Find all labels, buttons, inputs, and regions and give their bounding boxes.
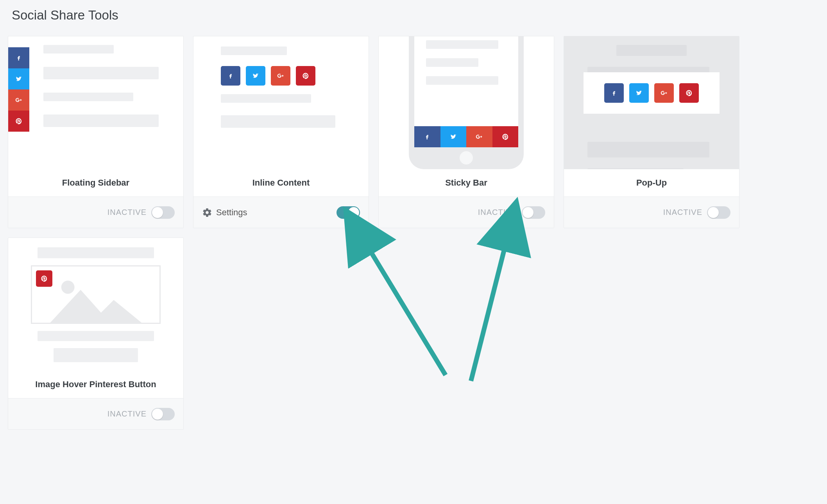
popup-icons-box xyxy=(584,72,720,114)
facebook-icon xyxy=(604,83,624,103)
card-footer-floating-sidebar: INACTIVE xyxy=(8,197,183,228)
toggle-pop-up[interactable] xyxy=(707,206,730,219)
placeholder-line xyxy=(43,114,159,127)
placeholder-line xyxy=(221,46,287,55)
phone-content-placeholders xyxy=(414,36,518,126)
svg-marker-1 xyxy=(50,290,142,323)
facebook-icon xyxy=(8,47,29,68)
floating-sidebar-icons xyxy=(8,47,29,132)
card-title-image-hover-pinterest: Image Hover Pinterest Button xyxy=(8,371,183,398)
settings-link[interactable]: Settings xyxy=(202,207,247,218)
placeholder-line xyxy=(43,93,133,101)
toggle-knob xyxy=(152,207,163,218)
twitter-icon xyxy=(440,126,467,147)
placeholder-line xyxy=(54,348,138,362)
preview-image-hover-pinterest xyxy=(8,238,183,371)
card-inline-content: Inline Content Settings xyxy=(193,36,369,228)
phone-home-button xyxy=(460,151,473,164)
image-placeholder-box xyxy=(31,265,161,324)
card-sticky-bar: Sticky Bar INACTIVE xyxy=(378,36,554,228)
placeholder-line xyxy=(587,168,684,169)
placeholder-line xyxy=(426,58,478,67)
placeholder-line xyxy=(426,40,498,49)
gear-icon xyxy=(202,207,212,218)
card-footer-image-hover-pinterest: INACTIVE xyxy=(8,398,183,429)
floating-content-placeholders xyxy=(43,45,172,127)
card-title-sticky-bar: Sticky Bar xyxy=(379,169,554,197)
settings-text: Settings xyxy=(216,207,247,218)
mountain-icon xyxy=(45,272,147,323)
pinterest-icon xyxy=(36,270,52,287)
inactive-label: INACTIVE xyxy=(107,409,147,418)
googleplus-icon xyxy=(466,126,492,147)
toggle-inline-content[interactable] xyxy=(337,206,360,219)
card-title-inline-content: Inline Content xyxy=(193,169,369,197)
placeholder-line xyxy=(38,331,154,341)
googleplus-icon xyxy=(654,83,674,103)
twitter-icon xyxy=(629,83,649,103)
card-floating-sidebar: Floating Sidebar INACTIVE xyxy=(8,36,184,228)
inactive-label: INACTIVE xyxy=(107,208,147,217)
toggle-knob xyxy=(152,409,163,420)
preview-pop-up xyxy=(564,36,739,169)
phone-screen xyxy=(414,36,518,147)
cards-grid: Floating Sidebar INACTIVE Inline Content xyxy=(8,36,819,430)
phone-frame xyxy=(409,36,524,169)
preview-inline-content xyxy=(193,36,369,169)
facebook-icon xyxy=(414,126,440,147)
googleplus-icon xyxy=(8,89,29,111)
placeholder-line xyxy=(587,142,709,157)
googleplus-icon xyxy=(271,66,290,86)
toggle-image-hover-pinterest[interactable] xyxy=(151,408,175,420)
card-pop-up: Pop-Up INACTIVE xyxy=(564,36,739,228)
toggle-sticky-bar[interactable] xyxy=(522,206,545,219)
inline-icons-row xyxy=(221,66,341,86)
pinterest-icon xyxy=(8,111,29,132)
card-image-hover-pinterest: Image Hover Pinterest Button INACTIVE xyxy=(8,238,184,430)
sticky-bar-icons xyxy=(414,126,518,147)
facebook-icon xyxy=(221,66,240,86)
card-title-floating-sidebar: Floating Sidebar xyxy=(8,169,183,197)
toggle-knob xyxy=(708,207,719,218)
preview-floating-sidebar xyxy=(8,36,183,169)
preview-sticky-bar xyxy=(379,36,554,169)
inactive-label: INACTIVE xyxy=(663,208,702,217)
page-title: Social Share Tools xyxy=(12,8,819,23)
placeholder-line xyxy=(43,45,114,54)
twitter-icon xyxy=(246,66,265,86)
placeholder-line xyxy=(43,67,159,79)
inactive-label: INACTIVE xyxy=(478,208,517,217)
placeholder-line xyxy=(221,115,335,128)
placeholder-line xyxy=(38,247,154,258)
pinterest-icon xyxy=(296,66,315,86)
toggle-floating-sidebar[interactable] xyxy=(151,206,175,219)
placeholder-line xyxy=(426,76,498,85)
pinterest-icon xyxy=(492,126,519,147)
toggle-knob xyxy=(348,207,359,218)
pinterest-icon xyxy=(679,83,699,103)
card-footer-pop-up: INACTIVE xyxy=(564,197,739,228)
toggle-knob xyxy=(523,207,533,218)
card-footer-sticky-bar: INACTIVE xyxy=(379,197,554,228)
svg-point-0 xyxy=(61,281,74,294)
placeholder-line xyxy=(221,94,311,103)
card-title-pop-up: Pop-Up xyxy=(564,169,739,197)
card-footer-inline-content: Settings xyxy=(193,197,369,228)
twitter-icon xyxy=(8,68,29,89)
placeholder-line xyxy=(616,45,687,56)
